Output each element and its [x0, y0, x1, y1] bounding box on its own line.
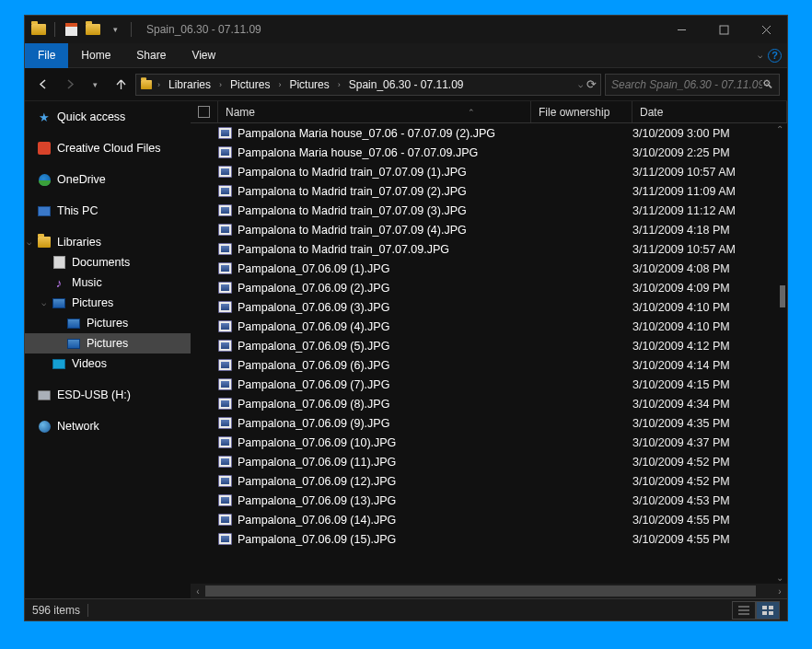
search-icon[interactable]: 🔍︎: [762, 78, 773, 91]
file-row[interactable]: Pampalona_07.06.09 (5).JPG3/10/2009 4:12…: [191, 336, 787, 355]
file-row[interactable]: Pampalona_07.06.09 (1).JPG3/10/2009 4:08…: [191, 259, 787, 278]
file-name: Pampalona to Madrid train_07.07.09.JPG: [238, 243, 449, 256]
nav-esd-usb[interactable]: ESD-USB (H:): [25, 385, 191, 405]
help-icon[interactable]: ?: [768, 49, 782, 63]
history-dropdown-icon[interactable]: ▾: [84, 74, 106, 96]
tab-file[interactable]: File: [25, 43, 68, 68]
minimize-button[interactable]: [660, 16, 702, 43]
nav-onedrive[interactable]: OneDrive: [25, 169, 191, 190]
file-row[interactable]: Pampalona Maria house_07.06 - 07.07.09 (…: [191, 123, 787, 143]
crumb-current[interactable]: Spain_06.30 - 07.11.09: [345, 75, 468, 95]
chevron-right-icon[interactable]: ›: [274, 80, 284, 89]
scrollbar-thumb[interactable]: [205, 585, 756, 597]
file-row[interactable]: Pampalona_07.06.09 (4).JPG3/10/2009 4:10…: [191, 317, 787, 336]
scroll-left-arrow-icon[interactable]: ‹: [191, 586, 205, 597]
column-label: Date: [640, 106, 663, 119]
nav-pictures-sub2[interactable]: Pictures: [25, 333, 191, 353]
up-button[interactable]: [110, 74, 132, 96]
file-row[interactable]: Pampalona_07.06.09 (6).JPG3/10/2009 4:14…: [191, 355, 787, 375]
nav-videos[interactable]: Videos: [25, 353, 191, 374]
file-row[interactable]: Pampalona_07.06.09 (14).JPG3/10/2009 4:5…: [191, 510, 787, 529]
file-date: 3/10/2009 4:08 PM: [632, 262, 787, 275]
tab-share[interactable]: Share: [123, 43, 179, 68]
file-row[interactable]: Pampalona_07.06.09 (11).JPG3/10/2009 4:5…: [191, 452, 787, 471]
file-name: Pampalona Maria house_07.06 - 07.07.09 (…: [238, 127, 495, 140]
address-history-icon[interactable]: ⌵: [578, 80, 583, 89]
tab-view[interactable]: View: [179, 43, 228, 68]
file-row[interactable]: Pampalona_07.06.09 (13).JPG3/10/2009 4:5…: [191, 491, 787, 510]
nav-this-pc[interactable]: This PC: [25, 201, 191, 221]
pictures-icon: [67, 317, 80, 330]
file-name: Pampalona_07.06.09 (7).JPG: [238, 378, 389, 391]
horizontal-scrollbar[interactable]: ‹ ›: [191, 584, 787, 598]
ribbon-expand-icon[interactable]: ⌵: [758, 51, 762, 60]
nav-label: Creative Cloud Files: [57, 142, 161, 155]
column-checkbox[interactable]: [191, 101, 218, 122]
nav-libraries[interactable]: ⌵Libraries: [25, 232, 191, 252]
file-row[interactable]: Pampalona to Madrid train_07.07.09 (1).J…: [191, 162, 787, 181]
vertical-scrollbar[interactable]: ⌃ ⌄: [772, 123, 787, 584]
back-button[interactable]: [32, 74, 54, 96]
column-name[interactable]: Name⌃: [218, 101, 531, 122]
file-name: Pampalona_07.06.09 (13).JPG: [238, 494, 396, 507]
chevron-down-icon[interactable]: ⌵: [27, 238, 31, 247]
close-button[interactable]: [745, 16, 787, 43]
file-row[interactable]: Pampalona_07.06.09 (3).JPG3/10/2009 4:10…: [191, 297, 787, 317]
crumb-pictures-2[interactable]: Pictures: [285, 75, 332, 95]
file-row[interactable]: Pampalona_07.06.09 (15).JPG3/10/2009 4:5…: [191, 529, 787, 549]
nav-pictures-sub1[interactable]: Pictures: [25, 313, 191, 333]
chevron-right-icon[interactable]: ›: [215, 80, 226, 89]
nav-pictures[interactable]: ⌵Pictures: [25, 293, 191, 313]
scroll-right-arrow-icon[interactable]: ›: [772, 586, 787, 597]
crumb-libraries[interactable]: Libraries: [165, 75, 215, 95]
crumb-pictures[interactable]: Pictures: [226, 75, 273, 95]
file-row[interactable]: Pampalona_07.06.09 (7).JPG3/10/2009 4:15…: [191, 375, 787, 394]
scrollbar-thumb[interactable]: [780, 285, 785, 307]
scrollbar-track[interactable]: [205, 584, 772, 598]
scroll-up-arrow-icon[interactable]: ⌃: [775, 124, 784, 134]
maximize-button[interactable]: [702, 16, 745, 43]
search-box[interactable]: 🔍︎: [605, 74, 780, 96]
search-input[interactable]: [611, 78, 762, 91]
scroll-down-arrow-icon[interactable]: ⌄: [775, 573, 784, 583]
chevron-right-icon[interactable]: ›: [154, 80, 164, 89]
file-row[interactable]: Pampalona to Madrid train_07.07.09.JPG3/…: [191, 239, 787, 259]
nav-creative-cloud[interactable]: Creative Cloud Files: [25, 138, 191, 158]
svg-rect-9: [762, 611, 767, 615]
file-row[interactable]: Pampalona_07.06.09 (9).JPG3/10/2009 4:35…: [191, 413, 787, 433]
breadcrumb-root-icon[interactable]: [140, 78, 153, 91]
separator: [54, 22, 55, 37]
file-row[interactable]: Pampalona_07.06.09 (10).JPG3/10/2009 4:3…: [191, 433, 787, 452]
file-row[interactable]: Pampalona to Madrid train_07.07.09 (2).J…: [191, 181, 787, 201]
properties-icon[interactable]: [61, 19, 81, 40]
nav-music[interactable]: ♪Music: [25, 272, 191, 293]
image-file-icon: [218, 533, 232, 545]
qat-dropdown-icon[interactable]: ▾: [105, 19, 125, 40]
nav-network[interactable]: Network: [25, 416, 191, 436]
chevron-down-icon[interactable]: ⌵: [41, 298, 46, 307]
file-row[interactable]: Pampalona to Madrid train_07.07.09 (4).J…: [191, 220, 787, 239]
file-row[interactable]: Pampalona to Madrid train_07.07.09 (3).J…: [191, 201, 787, 220]
details-view-button[interactable]: [732, 601, 756, 620]
window-title: Spain_06.30 - 07.11.09: [139, 23, 660, 36]
address-bar[interactable]: › Libraries › Pictures › Pictures › Spai…: [135, 74, 601, 96]
column-headers: Name⌃ File ownership Date: [191, 101, 787, 123]
file-row[interactable]: Pampalona Maria house_07.06 - 07.07.09.J…: [191, 143, 787, 162]
location-bar: ▾ › Libraries › Pictures › Pictures › Sp…: [25, 68, 787, 101]
tab-home[interactable]: Home: [68, 43, 123, 68]
file-row[interactable]: Pampalona_07.06.09 (12).JPG3/10/2009 4:5…: [191, 471, 787, 491]
chevron-right-icon[interactable]: ›: [334, 80, 344, 89]
new-folder-icon[interactable]: [83, 19, 103, 40]
thumbnail-view-button[interactable]: [756, 601, 780, 620]
nav-documents[interactable]: Documents: [25, 252, 191, 272]
nav-quick-access[interactable]: ★Quick access: [25, 107, 191, 127]
refresh-icon[interactable]: ⟳: [586, 77, 597, 91]
file-row[interactable]: Pampalona_07.06.09 (8).JPG3/10/2009 4:34…: [191, 394, 787, 413]
file-row[interactable]: Pampalona_07.06.09 (2).JPG3/10/2009 4:09…: [191, 278, 787, 297]
column-date[interactable]: Date: [632, 101, 787, 122]
column-file-ownership[interactable]: File ownership: [531, 101, 632, 122]
forward-button[interactable]: [58, 74, 80, 96]
folder-icon[interactable]: [29, 19, 49, 40]
select-all-checkbox[interactable]: [198, 106, 210, 118]
image-file-icon: [218, 262, 232, 274]
